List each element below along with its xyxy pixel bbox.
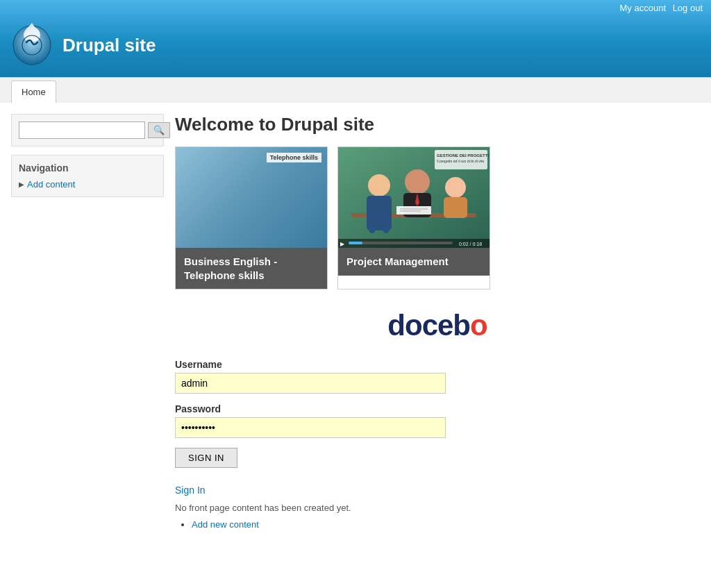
login-form: Username Password SIGN IN [175,359,453,468]
svg-point-9 [267,181,275,190]
telephone-card-caption: Business English - Telephone skills [176,248,327,289]
svg-rect-39 [349,242,362,244]
svg-rect-8 [260,197,291,235]
svg-text:GESTIONE DEI PROGETTI:: GESTIONE DEI PROGETTI: [437,153,490,158]
telephone-image-bg: Telephone skills [176,147,327,248]
svg-rect-6 [251,179,257,189]
search-button[interactable]: 🔍 [148,122,170,138]
username-input[interactable] [175,373,446,394]
add-new-content-link[interactable]: Add new content [192,519,259,530]
password-input[interactable] [175,417,446,438]
project-scene-svg: GESTIONE DEI PROGETTI: Il progetto ed il… [338,147,490,248]
svg-rect-14 [176,239,327,248]
search-icon: 🔍 [153,125,165,135]
sidebar: 🔍 Navigation ▶ Add content [11,114,164,530]
add-content-link[interactable]: ▶ Add content [19,179,156,190]
no-content-text: No front page content has been created y… [175,503,700,513]
svg-rect-16 [186,242,290,244]
svg-rect-12 [176,224,327,239]
svg-text:▶: ▶ [178,241,183,247]
site-title: Drupal site [62,35,156,56]
home-nav-item[interactable]: Home [11,81,56,103]
username-label: Username [175,359,453,370]
svg-rect-38 [349,242,453,244]
search-input[interactable] [19,121,145,139]
svg-point-10 [276,181,285,190]
navigation-block-title: Navigation [19,162,156,174]
bottom-section: Sign In No front page content has been c… [175,485,700,530]
password-label: Password [175,403,453,414]
site-logo [11,22,53,69]
svg-text:0:04 / 0:14: 0:04 / 0:14 [296,242,319,246]
docebo-logo: docebo [175,309,700,342]
drupal-logo-svg [11,22,53,67]
svg-text:0:02 / 0:18: 0:02 / 0:18 [459,242,482,246]
svg-point-21 [368,174,390,196]
svg-point-7 [263,173,288,198]
docebo-logo-text: docebo [387,309,487,342]
project-card[interactable]: GESTIONE DEI PROGETTI: Il progetto ed il… [337,146,490,289]
svg-text:▶: ▶ [340,241,345,247]
bottom-links-list: Add new content [175,519,700,530]
navigation-block: Navigation ▶ Add content [11,155,164,197]
project-card-image: GESTIONE DEI PROGETTI: Il progetto ed il… [338,147,490,248]
telephone-image-label: Telephone skills [267,153,321,162]
svg-text:Il progetto ed il suo ciclo di: Il progetto ed il suo ciclo di vita [437,159,484,163]
log-out-link[interactable]: Log out [673,3,703,13]
page-title: Welcome to Drupal site [175,114,700,135]
svg-rect-30 [396,206,431,215]
project-image-bg: GESTIONE DEI PROGETTI: Il progetto ed il… [338,147,490,248]
search-box: 🔍 [11,114,164,146]
sign-in-bottom-link[interactable]: Sign In [175,485,700,496]
sign-in-button[interactable]: SIGN IN [175,448,237,468]
project-card-caption: Project Management [338,248,490,276]
telephone-card[interactable]: Telephone skills [175,146,328,289]
content-area: Welcome to Drupal site Telephone skills [175,114,700,530]
svg-rect-29 [444,197,467,218]
svg-rect-17 [186,242,217,244]
svg-text:Telephone skills: Telephone skills [181,227,240,235]
svg-point-28 [445,177,466,198]
cards-grid: Telephone skills [175,146,700,289]
telephone-card-image: Telephone skills [176,147,327,248]
my-account-link[interactable]: My account [620,3,666,13]
svg-point-25 [405,169,430,194]
arrow-right-icon: ▶ [19,180,24,188]
svg-rect-4 [220,196,255,237]
svg-point-3 [222,167,253,197]
svg-rect-5 [222,179,228,189]
